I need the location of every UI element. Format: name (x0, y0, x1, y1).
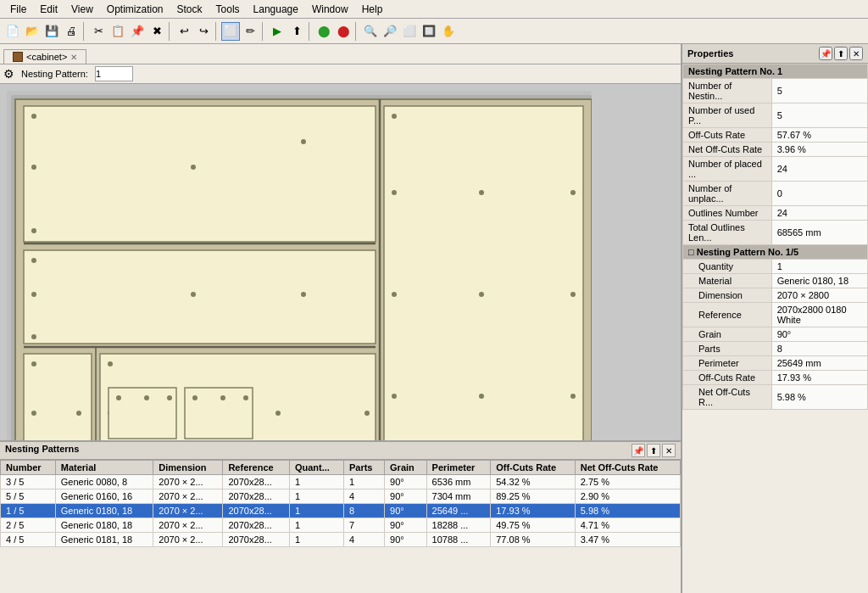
col-net-offcuts: Net Off-Cuts Rate (575, 461, 680, 475)
prop-row: Number of Nestin...5 (683, 79, 868, 103)
col-perimeter: Perimeter (426, 461, 491, 475)
bottom-panel-float-button[interactable]: ⬆ (647, 444, 660, 457)
col-quantity: Quant... (289, 461, 343, 475)
nesting-pattern-label: Nesting Pattern: (21, 69, 88, 79)
menu-file[interactable]: File (3, 2, 33, 17)
new-button[interactable]: 📄 (3, 22, 22, 41)
menu-edit[interactable]: Edit (33, 2, 64, 17)
menu-view[interactable]: View (64, 2, 100, 17)
main-container: <cabinet> ✕ ⚙ Nesting Pattern: (0, 44, 868, 593)
table-row[interactable]: 5 / 5Generic 0160, 162070 × 2...2070x28.… (1, 490, 681, 504)
svg-rect-2 (24, 106, 376, 242)
paste-button[interactable]: 📌 (128, 22, 147, 41)
zoom-fit-button[interactable]: ⬜ (400, 22, 419, 41)
svg-point-14 (479, 292, 484, 297)
properties-close-button[interactable]: ✕ (849, 47, 863, 60)
table-row[interactable]: 3 / 5Generic 0080, 82070 × 2...2070x28..… (1, 475, 681, 490)
prop-section-header-2: □ Nesting Pattern No. 1/5 (683, 245, 868, 260)
select-button[interactable]: ⬜ (221, 22, 240, 41)
prop-row: Number of placed ...24 (683, 157, 868, 182)
svg-point-6 (191, 165, 196, 170)
svg-point-4 (31, 165, 36, 170)
prop-row: Perimeter25649 mm (683, 356, 868, 371)
svg-point-29 (364, 411, 370, 416)
delete-button[interactable]: ✖ (147, 22, 166, 41)
menu-language[interactable]: Language (247, 2, 305, 17)
prop-row: Off-Cuts Rate57.67 % (683, 128, 868, 143)
copy-button[interactable]: 📋 (108, 22, 127, 41)
svg-point-33 (76, 411, 81, 416)
properties-pin-button[interactable]: 📌 (819, 47, 832, 60)
menu-help[interactable]: Help (355, 2, 390, 17)
bottom-panel: Nesting Patterns 📌 ⬆ ✕ Number Material D… (0, 440, 681, 593)
menu-stock[interactable]: Stock (170, 2, 209, 17)
col-grain: Grain (385, 461, 427, 475)
nesting-patterns-table-container: Number Material Dimension Reference Quan… (0, 460, 681, 593)
properties-float-button[interactable]: ⬆ (834, 47, 848, 60)
zoom-select-button[interactable]: 🔲 (420, 22, 438, 41)
svg-point-26 (108, 361, 113, 366)
canvas-area (0, 84, 681, 440)
svg-point-37 (167, 395, 172, 400)
properties-title: Properties (687, 48, 733, 59)
pan-button[interactable]: ✋ (439, 22, 458, 41)
tab-strip: <cabinet> ✕ (0, 44, 681, 64)
prop-section-header-1: Nesting Pattern No. 1 (683, 64, 868, 79)
run-button[interactable]: ▶ (268, 22, 287, 41)
bottom-panel-controls: 📌 ⬆ ✕ (632, 444, 676, 457)
right-panel-header: Properties 📌 ⬆ ✕ (682, 44, 868, 64)
nesting-pattern-header: ⚙ Nesting Pattern: (0, 64, 681, 84)
prop-row: Total Outlines Len...68565 mm (683, 221, 868, 245)
view-green-button[interactable]: ⬤ (314, 22, 333, 41)
table-row[interactable]: 4 / 5Generic 0181, 182070 × 2...2070x28.… (1, 533, 681, 547)
print-button[interactable]: 🖨 (62, 22, 81, 41)
svg-point-24 (301, 292, 306, 297)
svg-point-31 (31, 361, 36, 366)
zoom-in-button[interactable]: 🔍 (361, 22, 380, 41)
table-row[interactable]: 1 / 5Generic 0180, 182070 × 2...2070x28.… (1, 504, 681, 518)
open-button[interactable]: 📂 (23, 22, 42, 41)
view-red-button[interactable]: ⬤ (334, 22, 353, 41)
svg-point-36 (144, 395, 149, 400)
bottom-panel-header: Nesting Patterns 📌 ⬆ ✕ (0, 442, 681, 460)
undo-button[interactable]: ↩ (175, 22, 193, 41)
menu-window[interactable]: Window (305, 2, 355, 17)
svg-point-13 (479, 190, 484, 195)
svg-point-40 (220, 395, 225, 400)
nesting-patterns-table: Number Material Dimension Reference Quan… (0, 460, 681, 547)
zoom-out-button[interactable]: 🔎 (381, 22, 399, 41)
svg-point-21 (31, 292, 36, 297)
prop-row: Off-Cuts Rate17.93 % (683, 371, 868, 385)
svg-point-7 (301, 139, 306, 144)
nesting-pattern-input[interactable] (95, 66, 133, 81)
bottom-panel-pin-button[interactable]: 📌 (632, 444, 645, 457)
prop-row: Net Off-Cuts R...5.98 % (683, 385, 868, 410)
col-dimension: Dimension (153, 461, 223, 475)
prop-row: Reference2070x2800 0180 White (683, 303, 868, 327)
col-material: Material (55, 461, 153, 475)
svg-point-3 (31, 114, 36, 119)
properties-scroll: Nesting Pattern No. 1Number of Nestin...… (682, 64, 868, 593)
prop-row: Number of used P...5 (683, 103, 868, 128)
menu-optimization[interactable]: Optimization (100, 2, 170, 17)
svg-point-18 (570, 394, 576, 399)
prop-row: Quantity1 (683, 260, 868, 274)
prop-row: MaterialGeneric 0180, 18 (683, 274, 868, 288)
menu-tools[interactable]: Tools (209, 2, 247, 17)
cabinet-tab-label: <cabinet> (26, 52, 67, 62)
svg-point-15 (479, 394, 484, 399)
separator-6 (355, 22, 359, 41)
toolbar: 📄 📂 💾 🖨 ✂ 📋 📌 ✖ ↩ ↪ ⬜ ✏ ▶ ⬆ ⬤ ⬤ 🔍 🔎 ⬜ 🔲 … (0, 19, 868, 44)
cabinet-tab[interactable]: <cabinet> ✕ (3, 49, 86, 64)
save-button[interactable]: 💾 (42, 22, 61, 41)
tab-close-button[interactable]: ✕ (70, 53, 77, 62)
redo-button[interactable]: ↪ (194, 22, 213, 41)
bottom-panel-close-button[interactable]: ✕ (662, 444, 676, 457)
svg-point-28 (275, 411, 281, 416)
table-row[interactable]: 2 / 5Generic 0180, 182070 × 2...2070x28.… (1, 518, 681, 533)
col-parts: Parts (343, 461, 384, 475)
edit-button[interactable]: ✏ (241, 22, 259, 41)
cut-button[interactable]: ✂ (89, 22, 108, 41)
export-button[interactable]: ⬆ (287, 22, 306, 41)
nesting-board-svg (7, 91, 592, 440)
